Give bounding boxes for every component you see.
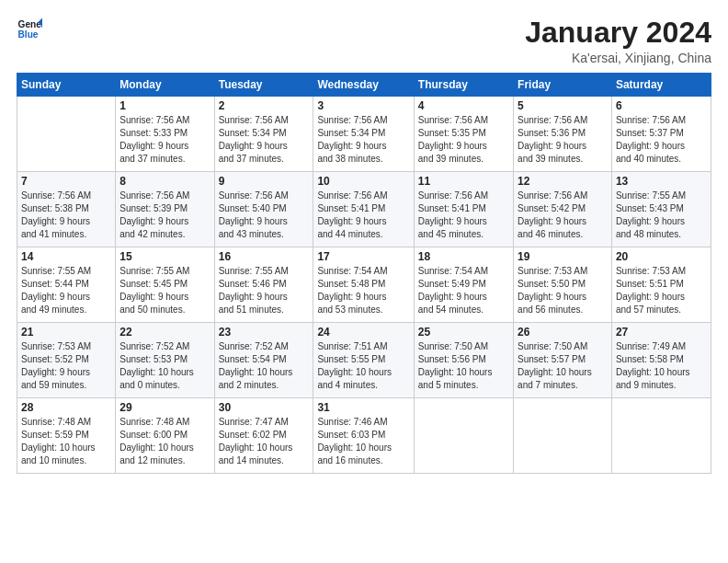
calendar-cell [414, 398, 513, 474]
day-info: Sunrise: 7:55 AM Sunset: 5:44 PM Dayligh… [21, 265, 111, 316]
calendar-cell: 4Sunrise: 7:56 AM Sunset: 5:35 PM Daylig… [414, 97, 513, 172]
calendar-cell: 12Sunrise: 7:56 AM Sunset: 5:42 PM Dayli… [514, 172, 612, 247]
day-info: Sunrise: 7:52 AM Sunset: 5:53 PM Dayligh… [119, 340, 210, 392]
calendar-cell: 19Sunrise: 7:53 AM Sunset: 5:50 PM Dayli… [514, 247, 612, 323]
day-info: Sunrise: 7:47 AM Sunset: 6:02 PM Dayligh… [219, 416, 310, 467]
day-number: 13 [616, 175, 707, 188]
calendar-cell: 29Sunrise: 7:48 AM Sunset: 6:00 PM Dayli… [116, 398, 214, 474]
day-number: 12 [518, 175, 608, 188]
day-number: 19 [518, 250, 608, 263]
calendar-cell: 22Sunrise: 7:52 AM Sunset: 5:53 PM Dayli… [116, 323, 214, 398]
calendar-cell: 18Sunrise: 7:54 AM Sunset: 5:49 PM Dayli… [414, 247, 513, 323]
day-number: 25 [418, 326, 509, 339]
day-number: 17 [317, 250, 409, 263]
day-info: Sunrise: 7:56 AM Sunset: 5:33 PM Dayligh… [119, 114, 210, 166]
calendar-cell: 6Sunrise: 7:56 AM Sunset: 5:37 PM Daylig… [611, 97, 711, 172]
calendar-table: Sunday Monday Tuesday Wednesday Thursday… [17, 73, 711, 474]
svg-text:General: General [18, 19, 42, 29]
day-number: 24 [317, 326, 409, 339]
header-wednesday: Wednesday [313, 74, 414, 97]
day-info: Sunrise: 7:50 AM Sunset: 5:56 PM Dayligh… [418, 340, 509, 392]
month-title: January 2024 [525, 17, 711, 49]
day-info: Sunrise: 7:56 AM Sunset: 5:41 PM Dayligh… [418, 190, 509, 241]
day-number: 11 [418, 175, 509, 188]
day-number: 18 [418, 250, 509, 263]
calendar-cell: 17Sunrise: 7:54 AM Sunset: 5:48 PM Dayli… [313, 247, 414, 323]
calendar-cell: 26Sunrise: 7:50 AM Sunset: 5:57 PM Dayli… [514, 323, 612, 398]
logo-icon: General Blue [17, 17, 42, 42]
svg-text:Blue: Blue [18, 29, 39, 40]
calendar-cell: 25Sunrise: 7:50 AM Sunset: 5:56 PM Dayli… [414, 323, 513, 398]
day-number: 28 [21, 401, 111, 414]
day-number: 31 [317, 401, 409, 414]
calendar-week-4: 21Sunrise: 7:53 AM Sunset: 5:52 PM Dayli… [17, 323, 711, 398]
calendar-cell: 20Sunrise: 7:53 AM Sunset: 5:51 PM Dayli… [611, 247, 711, 323]
day-info: Sunrise: 7:56 AM Sunset: 5:39 PM Dayligh… [119, 190, 210, 241]
calendar-cell: 1Sunrise: 7:56 AM Sunset: 5:33 PM Daylig… [116, 97, 214, 172]
day-info: Sunrise: 7:53 AM Sunset: 5:51 PM Dayligh… [616, 265, 707, 316]
calendar-cell: 16Sunrise: 7:55 AM Sunset: 5:46 PM Dayli… [214, 247, 313, 323]
calendar-cell: 23Sunrise: 7:52 AM Sunset: 5:54 PM Dayli… [214, 323, 313, 398]
day-number: 26 [518, 326, 608, 339]
calendar-week-5: 28Sunrise: 7:48 AM Sunset: 5:59 PM Dayli… [17, 398, 711, 474]
calendar-cell: 8Sunrise: 7:56 AM Sunset: 5:39 PM Daylig… [116, 172, 214, 247]
day-info: Sunrise: 7:55 AM Sunset: 5:46 PM Dayligh… [219, 265, 310, 316]
day-info: Sunrise: 7:56 AM Sunset: 5:36 PM Dayligh… [518, 114, 608, 166]
subtitle: Ka'ersai, Xinjiang, China [525, 51, 711, 65]
calendar-cell: 15Sunrise: 7:55 AM Sunset: 5:45 PM Dayli… [116, 247, 214, 323]
day-number: 29 [119, 401, 210, 414]
calendar-week-1: 1Sunrise: 7:56 AM Sunset: 5:33 PM Daylig… [17, 97, 711, 172]
calendar-cell: 10Sunrise: 7:56 AM Sunset: 5:41 PM Dayli… [313, 172, 414, 247]
day-info: Sunrise: 7:49 AM Sunset: 5:58 PM Dayligh… [616, 340, 707, 392]
calendar-cell: 14Sunrise: 7:55 AM Sunset: 5:44 PM Dayli… [17, 247, 116, 323]
title-block: January 2024 Ka'ersai, Xinjiang, China [525, 17, 711, 65]
calendar-cell: 3Sunrise: 7:56 AM Sunset: 5:34 PM Daylig… [313, 97, 414, 172]
day-info: Sunrise: 7:56 AM Sunset: 5:34 PM Dayligh… [317, 114, 409, 166]
day-info: Sunrise: 7:52 AM Sunset: 5:54 PM Dayligh… [219, 340, 310, 392]
day-info: Sunrise: 7:56 AM Sunset: 5:40 PM Dayligh… [219, 190, 310, 241]
calendar-cell [17, 97, 116, 172]
day-info: Sunrise: 7:48 AM Sunset: 5:59 PM Dayligh… [21, 416, 111, 467]
calendar-cell: 30Sunrise: 7:47 AM Sunset: 6:02 PM Dayli… [214, 398, 313, 474]
day-number: 8 [119, 175, 210, 188]
day-number: 9 [219, 175, 310, 188]
calendar-cell: 31Sunrise: 7:46 AM Sunset: 6:03 PM Dayli… [313, 398, 414, 474]
logo: General Blue [17, 17, 42, 42]
calendar-cell: 11Sunrise: 7:56 AM Sunset: 5:41 PM Dayli… [414, 172, 513, 247]
day-info: Sunrise: 7:54 AM Sunset: 5:48 PM Dayligh… [317, 265, 409, 316]
calendar-cell: 5Sunrise: 7:56 AM Sunset: 5:36 PM Daylig… [514, 97, 612, 172]
calendar-cell: 2Sunrise: 7:56 AM Sunset: 5:34 PM Daylig… [214, 97, 313, 172]
calendar-cell [611, 398, 711, 474]
header-tuesday: Tuesday [214, 74, 313, 97]
day-number: 16 [219, 250, 310, 263]
weekday-header-row: Sunday Monday Tuesday Wednesday Thursday… [17, 74, 711, 97]
header-saturday: Saturday [611, 74, 711, 97]
day-info: Sunrise: 7:53 AM Sunset: 5:52 PM Dayligh… [21, 340, 111, 392]
header-friday: Friday [514, 74, 612, 97]
calendar-cell: 13Sunrise: 7:55 AM Sunset: 5:43 PM Dayli… [611, 172, 711, 247]
calendar-week-2: 7Sunrise: 7:56 AM Sunset: 5:38 PM Daylig… [17, 172, 711, 247]
calendar-cell: 7Sunrise: 7:56 AM Sunset: 5:38 PM Daylig… [17, 172, 116, 247]
day-info: Sunrise: 7:56 AM Sunset: 5:42 PM Dayligh… [518, 190, 608, 241]
day-number: 20 [616, 250, 707, 263]
day-info: Sunrise: 7:55 AM Sunset: 5:43 PM Dayligh… [616, 190, 707, 241]
day-number: 6 [616, 99, 707, 112]
calendar-cell: 28Sunrise: 7:48 AM Sunset: 5:59 PM Dayli… [17, 398, 116, 474]
day-info: Sunrise: 7:56 AM Sunset: 5:37 PM Dayligh… [616, 114, 707, 166]
day-number: 22 [119, 326, 210, 339]
header-sunday: Sunday [17, 74, 116, 97]
day-info: Sunrise: 7:55 AM Sunset: 5:45 PM Dayligh… [119, 265, 210, 316]
day-info: Sunrise: 7:46 AM Sunset: 6:03 PM Dayligh… [317, 416, 409, 467]
day-info: Sunrise: 7:53 AM Sunset: 5:50 PM Dayligh… [518, 265, 608, 316]
day-info: Sunrise: 7:56 AM Sunset: 5:41 PM Dayligh… [317, 190, 409, 241]
day-number: 7 [21, 175, 111, 188]
calendar-cell: 21Sunrise: 7:53 AM Sunset: 5:52 PM Dayli… [17, 323, 116, 398]
day-number: 3 [317, 99, 409, 112]
day-number: 14 [21, 250, 111, 263]
day-info: Sunrise: 7:54 AM Sunset: 5:49 PM Dayligh… [418, 265, 509, 316]
day-number: 23 [219, 326, 310, 339]
header-monday: Monday [116, 74, 214, 97]
day-info: Sunrise: 7:56 AM Sunset: 5:35 PM Dayligh… [418, 114, 509, 166]
day-number: 15 [119, 250, 210, 263]
day-info: Sunrise: 7:50 AM Sunset: 5:57 PM Dayligh… [518, 340, 608, 392]
